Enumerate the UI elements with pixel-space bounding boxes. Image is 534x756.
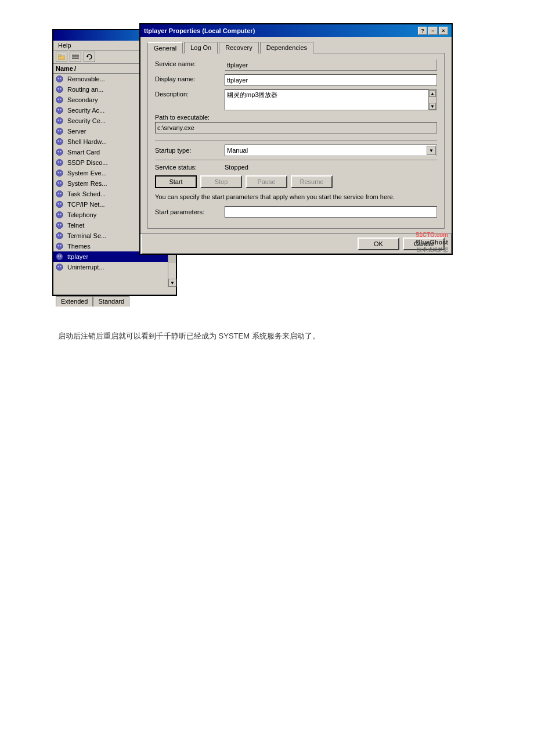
dialog-title-bar: ttplayer Properties (Local Computer) ? −…	[140, 24, 452, 37]
svg-point-13	[57, 99, 59, 100]
tab-logon[interactable]: Log On	[184, 42, 218, 53]
svg-point-49	[57, 224, 59, 226]
svg-point-60	[56, 264, 63, 270]
svg-point-38	[60, 182, 62, 184]
svg-point-48	[56, 222, 63, 228]
tab-dependencies[interactable]: Dependencies	[260, 42, 313, 53]
tab-standard[interactable]: Standard	[93, 296, 129, 307]
service-status-label: Service status:	[155, 164, 225, 171]
display-name-input[interactable]	[225, 74, 437, 86]
folder-icon[interactable]	[56, 52, 67, 62]
svg-point-12	[56, 96, 63, 103]
stop-button[interactable]: Stop	[200, 175, 242, 188]
service-name-input[interactable]	[225, 59, 437, 71]
svg-point-61	[57, 266, 59, 268]
divider-2	[155, 160, 437, 160]
desc-scroll-up[interactable]: ▲	[429, 90, 436, 97]
service-name-label: Service name:	[155, 59, 225, 67]
svg-point-32	[60, 161, 62, 163]
service-status-row: Service status: Stopped	[155, 164, 437, 171]
resume-button[interactable]: Resume	[291, 175, 333, 188]
divider-1	[155, 141, 437, 141]
minimize-button[interactable]: −	[428, 27, 438, 35]
svg-point-59	[60, 255, 62, 257]
list-item[interactable]: Uninterrupt...	[53, 262, 176, 272]
svg-point-41	[60, 193, 62, 195]
service-icon	[56, 74, 65, 84]
svg-point-11	[60, 88, 62, 90]
list-icon[interactable]	[70, 52, 81, 62]
service-icon	[56, 158, 65, 167]
pause-button[interactable]: Pause	[246, 175, 287, 188]
svg-point-7	[57, 78, 59, 80]
service-icon	[56, 116, 65, 125]
service-status-value: Stopped	[225, 164, 248, 171]
svg-point-16	[57, 109, 59, 111]
svg-point-17	[60, 109, 62, 111]
svg-point-15	[56, 107, 63, 113]
svg-point-55	[57, 245, 59, 247]
svg-point-57	[56, 253, 63, 260]
dialog-footer: OK Cancel 51CTO.com BlueGhost 技术成就梦想	[140, 233, 452, 254]
description-row: Description: 幽灵的mp3播放器 ▲ ▼	[155, 89, 437, 110]
start-params-input[interactable]	[225, 206, 437, 218]
start-params-label: Start parameters:	[155, 208, 225, 215]
tab-extended[interactable]: Extended	[56, 296, 93, 307]
svg-point-39	[56, 190, 63, 197]
startup-select-wrapper: Manual Automatic Disabled ▼	[225, 145, 437, 156]
svg-point-14	[60, 99, 62, 100]
svg-point-31	[57, 161, 59, 163]
svg-point-40	[57, 193, 59, 195]
svg-point-20	[60, 120, 62, 121]
svg-point-42	[56, 201, 63, 207]
path-input[interactable]	[155, 122, 437, 134]
service-icon	[56, 252, 65, 261]
display-name-label: Display name:	[155, 74, 225, 82]
service-action-buttons: Start Stop Pause Resume	[155, 175, 437, 188]
svg-point-50	[60, 224, 62, 226]
description-input[interactable]: 幽灵的mp3播放器	[225, 89, 429, 110]
dialog-title: ttplayer Properties (Local Computer)	[144, 27, 418, 34]
svg-point-9	[56, 86, 63, 92]
tab-recovery[interactable]: Recovery	[219, 42, 258, 53]
startup-select[interactable]: Manual Automatic Disabled	[225, 145, 437, 156]
service-icon	[56, 210, 65, 219]
watermark: 51CTO.com BlueGhost 技术成就梦想	[416, 232, 448, 253]
service-icon	[56, 147, 65, 157]
svg-point-28	[57, 151, 59, 153]
svg-point-6	[56, 75, 63, 82]
help-menu[interactable]: Help	[58, 42, 71, 49]
refresh-icon[interactable]	[84, 52, 95, 62]
watermark-line2: BlueGhost	[416, 239, 448, 246]
svg-point-51	[56, 232, 63, 239]
desc-scroll-down[interactable]: ▼	[429, 103, 436, 110]
svg-point-58	[57, 255, 59, 257]
path-section: Path to executable:	[155, 114, 437, 137]
service-icon	[56, 200, 65, 209]
startup-label: Startup type:	[155, 147, 225, 154]
name-column: Name	[56, 65, 73, 72]
description-scrollbar[interactable]: ▲ ▼	[429, 89, 437, 110]
start-params-row: Start parameters:	[155, 206, 437, 218]
tabs-row: General Log On Recovery Dependencies	[147, 42, 445, 53]
service-icon	[56, 179, 65, 188]
help-button[interactable]: ?	[418, 27, 427, 35]
info-text: You can specify the start parameters tha…	[155, 193, 437, 201]
svg-point-54	[56, 243, 63, 249]
svg-point-21	[56, 128, 63, 134]
svg-point-47	[60, 214, 62, 215]
tab-general[interactable]: General	[147, 42, 183, 53]
svg-point-25	[57, 141, 59, 142]
svg-point-43	[57, 203, 59, 205]
ok-button[interactable]: OK	[358, 237, 399, 250]
service-icon	[56, 221, 65, 230]
scroll-down-arrow[interactable]: ▼	[168, 279, 176, 287]
close-button[interactable]: ×	[439, 27, 448, 35]
start-button[interactable]: Start	[155, 175, 197, 188]
svg-point-35	[60, 172, 62, 174]
svg-point-46	[57, 214, 59, 215]
svg-point-8	[60, 78, 62, 80]
description-label: Description:	[155, 89, 225, 98]
svg-point-23	[60, 130, 62, 132]
service-icon	[56, 231, 65, 240]
